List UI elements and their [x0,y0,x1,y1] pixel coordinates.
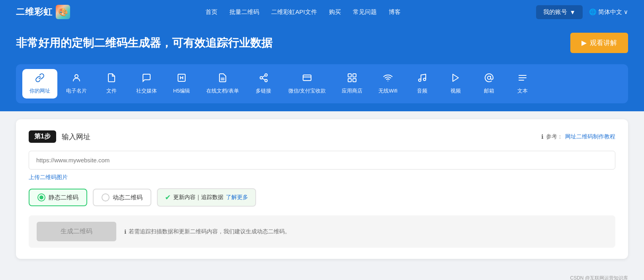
vcard-icon [72,73,81,85]
social-icon [142,73,151,85]
upload-qr-link[interactable]: 上传二维码图片 [29,174,68,181]
type-item-vcard[interactable]: 电子名片 [59,69,94,99]
hero-section: 非常好用的定制二维码生成器，可有效追踪行业数据 ▶ 观看讲解 [0,24,644,64]
type-item-appstore[interactable]: 应用商店 [335,69,370,99]
type-label-audio: 音频 [417,87,427,95]
type-item-multilink[interactable]: 多链接 [248,69,280,99]
type-item-video[interactable]: 视频 [440,69,472,99]
email-icon [484,73,494,85]
svg-line-8 [262,76,265,77]
appstore-icon [347,73,357,85]
file-icon [107,73,116,85]
play-icon: ▶ [581,39,587,47]
chevron-down-icon: ▼ [570,9,575,16]
svg-point-4 [265,74,267,76]
header: 二维彩虹 🎨 首页批量二维码二维彩虹API文件购买常见问题博客 我的账号 ▼ 🌐… [0,0,644,24]
my-account-label: 我的账号 [543,8,567,16]
type-label-doc: 在线文档/表单 [206,87,239,95]
step-header: 第1步 输入网址 ℹ 参考： 网址二维码制作教程 [29,130,615,143]
logo-icon: 🎨 [56,5,70,19]
type-selector-inner: 你的网址 电子名片 文件 社交媒体 H5编辑 在线文档/表单 多链接 微信/支付… [16,64,628,103]
svg-rect-13 [348,79,351,82]
type-item-audio[interactable]: 音频 [406,69,438,99]
tip-text: 若需追踪扫描数据和更新二维码内容，我们建议生成动态二维码。 [129,228,290,235]
ref-link[interactable]: 网址二维码制作教程 [565,133,615,140]
svg-rect-14 [353,79,356,82]
step-badge: 第1步 [29,130,56,143]
type-item-wifi[interactable]: 无线Wifi [371,69,405,99]
globe-icon: 🌐 [589,8,597,16]
type-item-url[interactable]: 你的网址 [22,69,57,99]
watch-demo-button[interactable]: ▶ 观看讲解 [570,33,628,53]
watch-btn-label: 观看讲解 [590,38,617,47]
type-label-wifi: 无线Wifi [378,87,397,95]
dynamic-badge: ✔ 更新内容｜追踪数据 了解更多 [157,188,256,207]
learn-more-link[interactable]: 了解更多 [226,194,248,201]
dynamic-badge-text: 更新内容｜追踪数据 [173,194,223,201]
pay-icon [302,73,312,85]
type-label-url: 你的网址 [29,87,50,95]
footer-note: CSDN @互联网运营知识库 [0,271,644,280]
type-item-email[interactable]: 邮箱 [473,69,505,99]
svg-point-19 [487,76,491,79]
url-input[interactable] [29,151,615,170]
type-label-h5: H5编辑 [173,87,190,95]
audio-icon [417,73,427,85]
text-icon [518,73,527,85]
type-label-pay: 微信/支付宝收款 [288,87,326,95]
svg-point-0 [75,75,78,78]
radio-options: 静态二维码 动态二维码 ✔ 更新内容｜追踪数据 了解更多 [29,188,615,207]
generate-section: 生成二维码 ℹ 若需追踪扫描数据和更新二维码内容，我们建议生成动态二维码。 [29,215,615,248]
type-item-pay[interactable]: 微信/支付宝收款 [281,69,333,99]
language-button[interactable]: 🌐 简体中文 ∨ [589,8,628,16]
static-qr-label: 静态二维码 [49,194,78,201]
svg-point-6 [265,79,267,82]
type-label-email: 邮箱 [484,87,494,95]
static-radio-circle [37,193,45,201]
main-content: 第1步 输入网址 ℹ 参考： 网址二维码制作教程 上传二维码图片 静态二维码 动… [0,111,644,271]
nav-item-nav-home[interactable]: 首页 [206,8,217,16]
type-item-social[interactable]: 社交媒体 [129,69,164,99]
type-item-file[interactable]: 文件 [96,69,127,99]
type-item-text[interactable]: 文本 [507,69,538,99]
type-item-h5[interactable]: H5编辑 [166,69,198,99]
svg-rect-12 [353,74,356,77]
svg-rect-9 [303,75,311,81]
step-reference: ℹ 参考： 网址二维码制作教程 [541,133,615,140]
my-account-button[interactable]: 我的账号 ▼ [536,5,583,19]
doc-icon [218,73,227,85]
type-label-multilink: 多链接 [256,87,271,95]
static-qr-option[interactable]: 静态二维码 [29,189,87,206]
ref-prefix: 参考： [546,133,563,140]
dynamic-qr-option[interactable]: 动态二维码 [93,189,151,206]
nav-item-nav-blog[interactable]: 博客 [389,8,401,16]
type-label-social: 社交媒体 [136,87,157,95]
content-card: 第1步 输入网址 ℹ 参考： 网址二维码制作教程 上传二维码图片 静态二维码 动… [16,119,628,259]
svg-line-7 [262,79,265,80]
type-label-file: 文件 [106,87,117,95]
hero-title: 非常好用的定制二维码生成器，可有效追踪行业数据 [16,35,272,51]
wifi-icon [383,73,393,85]
multilink-icon [259,73,268,85]
step-header-left: 第1步 输入网址 [29,130,90,143]
video-icon [451,73,460,85]
nav-item-nav-buy[interactable]: 购买 [329,8,341,16]
svg-marker-18 [453,74,458,81]
svg-point-17 [423,78,426,81]
dynamic-radio-circle [102,193,110,201]
nav-item-nav-faq[interactable]: 常见问题 [353,8,377,16]
svg-point-5 [260,77,262,79]
nav-item-nav-api[interactable]: 二维彩虹API文件 [271,8,317,16]
lang-chevron-icon: ∨ [624,8,628,16]
type-label-text: 文本 [517,87,528,95]
lang-label: 简体中文 [598,8,622,16]
check-icon: ✔ [165,193,171,202]
h5-icon [177,73,186,85]
type-item-doc[interactable]: 在线文档/表单 [199,69,246,99]
logo-text: 二维彩虹 [16,6,53,18]
svg-point-16 [419,79,421,81]
generate-qr-button[interactable]: 生成二维码 [37,222,116,241]
nav-item-nav-batch[interactable]: 批量二维码 [229,8,259,16]
tip-info-icon: ℹ [124,229,126,235]
header-right: 我的账号 ▼ 🌐 简体中文 ∨ [536,5,628,19]
